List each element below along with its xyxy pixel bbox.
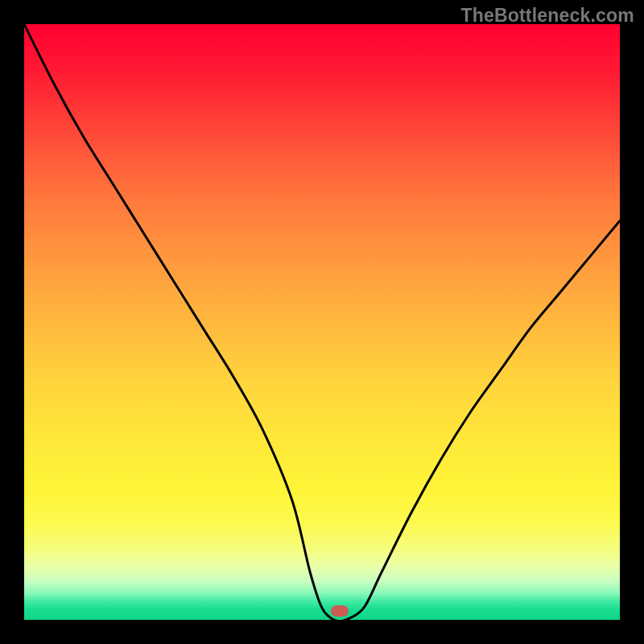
watermark-text: TheBottleneck.com	[460, 5, 634, 27]
plot-area	[24, 24, 620, 620]
outer-frame: TheBottleneck.com	[0, 0, 644, 644]
bottleneck-curve	[24, 24, 620, 620]
optimal-marker	[331, 605, 349, 616]
